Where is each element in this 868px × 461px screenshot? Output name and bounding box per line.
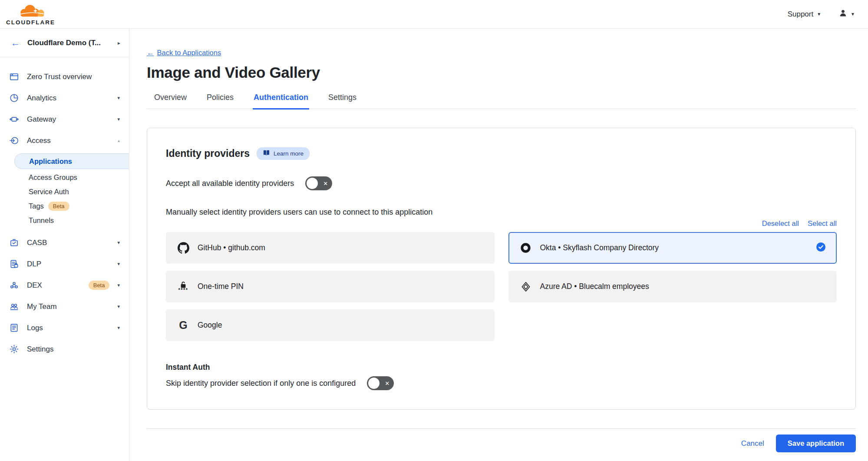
provider-name: GitHub • github.com xyxy=(198,243,483,252)
learn-more-badge[interactable]: Learn more xyxy=(257,147,310,160)
github-icon xyxy=(177,242,189,254)
google-icon: G xyxy=(177,320,189,331)
footer-divider xyxy=(147,428,856,429)
save-application-button[interactable]: Save application xyxy=(776,434,856,452)
provider-tile-github[interactable]: GitHub • github.com xyxy=(166,232,495,264)
sidebar-item-applications[interactable]: Applications xyxy=(14,153,129,169)
provider-name: Okta • Skyflash Company Directory xyxy=(540,243,809,252)
sidebar-item-tags[interactable]: Tags Beta xyxy=(0,199,129,213)
chevron-down-icon[interactable]: ▾ xyxy=(117,304,120,309)
provider-grid: GitHub • github.com Okta • Skyflash Comp… xyxy=(166,232,837,341)
select-all-link[interactable]: Select all xyxy=(808,219,837,228)
sidebar-item-zero-trust-overview[interactable]: Zero Trust overview xyxy=(0,66,129,87)
book-icon xyxy=(263,149,270,157)
topbar-right: Support ▼ ▼ xyxy=(788,9,855,20)
sidebar-item-dex[interactable]: DEX Beta ▾ xyxy=(0,275,129,296)
tab-policies[interactable]: Policies xyxy=(206,93,234,109)
instant-auth-toggle[interactable]: ✕ xyxy=(367,376,394,390)
selected-check-icon xyxy=(816,242,825,253)
tab-bar: Overview Policies Authentication Setting… xyxy=(147,93,856,109)
beta-badge: Beta xyxy=(48,202,69,211)
provider-name: Google xyxy=(198,321,483,330)
casb-icon xyxy=(9,238,19,248)
app-window: CLOUDFLARE Support ▼ ▼ ← Cloudflare Dem xyxy=(0,0,868,461)
topbar: CLOUDFLARE Support ▼ ▼ xyxy=(0,0,868,29)
deselect-all-link[interactable]: Deselect all xyxy=(762,219,799,228)
manual-select-text: Manually select identity providers users… xyxy=(166,208,837,217)
instant-auth-heading: Instant Auth xyxy=(166,363,837,372)
analytics-icon xyxy=(9,93,19,103)
dex-icon xyxy=(9,280,19,290)
provider-tile-azure-ad[interactable]: Azure AD • Bluecalm employees xyxy=(508,271,837,302)
sidebar-item-settings[interactable]: Settings xyxy=(0,338,129,360)
sidebar-item-service-auth[interactable]: Service Auth xyxy=(0,185,129,199)
sidebar-item-tunnels[interactable]: Tunnels xyxy=(0,213,129,228)
provider-tile-okta[interactable]: Okta • Skyflash Company Directory xyxy=(508,232,837,264)
sidebar-item-gateway[interactable]: Gateway ▾ xyxy=(0,109,129,130)
sidebar-item-label: Service Auth xyxy=(29,188,69,196)
sidebar-item-label: Tunnels xyxy=(29,216,54,225)
chevron-down-icon: ▼ xyxy=(851,12,855,17)
chevron-down-icon[interactable]: ▾ xyxy=(117,261,120,267)
support-label: Support xyxy=(788,10,814,19)
back-to-applications-link[interactable]: ← Back to Applications xyxy=(147,49,221,57)
sidebar-item-label: My Team xyxy=(27,302,109,311)
toggle-knob xyxy=(307,178,318,189)
card-heading: Identity providers xyxy=(166,148,250,159)
sidebar: ← Cloudflare Demo (T... ▸ Zero Trust ove… xyxy=(0,29,129,461)
back-arrow-icon[interactable]: ← xyxy=(11,38,20,47)
access-subnav: Applications Access Groups Service Auth … xyxy=(0,151,129,232)
sidebar-item-access-groups[interactable]: Access Groups xyxy=(0,170,129,185)
one-time-pin-icon: **** xyxy=(177,281,189,292)
sidebar-item-label: Tags xyxy=(29,202,44,210)
chevron-down-icon: ▼ xyxy=(817,12,821,17)
beta-badge: Beta xyxy=(89,281,110,290)
tab-settings[interactable]: Settings xyxy=(327,93,357,109)
sidebar-item-logs[interactable]: Logs ▾ xyxy=(0,317,129,338)
tab-authentication[interactable]: Authentication xyxy=(253,93,309,109)
back-arrow-icon: ← xyxy=(147,49,154,57)
sidebar-item-label: DEX xyxy=(27,281,83,290)
provider-tile-one-time-pin[interactable]: **** One-time PIN xyxy=(166,271,495,302)
support-menu[interactable]: Support ▼ xyxy=(788,10,821,19)
dlp-icon xyxy=(9,259,19,269)
footer-actions: Cancel Save application xyxy=(147,434,856,452)
chevron-up-icon[interactable]: ▴ xyxy=(118,138,120,143)
sidebar-item-label: Access Groups xyxy=(29,173,77,182)
provider-name: One-time PIN xyxy=(198,282,483,291)
sidebar-item-dlp[interactable]: DLP ▾ xyxy=(0,253,129,275)
sidebar-item-label: Logs xyxy=(27,324,109,332)
learn-more-label: Learn more xyxy=(274,150,304,157)
sidebar-item-label: Access xyxy=(27,136,110,145)
chevron-down-icon[interactable]: ▾ xyxy=(117,95,120,101)
sidebar-item-label: Zero Trust overview xyxy=(27,73,120,81)
chevron-right-icon[interactable]: ▸ xyxy=(118,40,120,46)
user-menu[interactable]: ▼ xyxy=(838,9,855,20)
chevron-down-icon[interactable]: ▾ xyxy=(117,325,120,331)
accept-all-toggle[interactable]: ✕ xyxy=(305,176,332,190)
cancel-button[interactable]: Cancel xyxy=(741,439,764,448)
sidebar-item-analytics[interactable]: Analytics ▾ xyxy=(0,87,129,109)
team-icon xyxy=(9,302,19,312)
chevron-down-icon[interactable]: ▾ xyxy=(117,282,120,288)
user-avatar-icon xyxy=(838,9,848,20)
sidebar-item-label: Applications xyxy=(29,157,72,166)
cloudflare-logo[interactable]: CLOUDFLARE xyxy=(6,3,55,26)
otp-stars: **** xyxy=(178,288,188,292)
sidebar-item-casb[interactable]: CASB ▾ xyxy=(0,232,129,253)
logs-icon xyxy=(9,323,19,333)
account-switcher[interactable]: ← Cloudflare Demo (T... ▸ xyxy=(0,29,129,57)
gear-icon xyxy=(9,344,19,354)
sidebar-item-my-team[interactable]: My Team ▾ xyxy=(0,296,129,317)
provider-name: Azure AD • Bluecalm employees xyxy=(540,282,826,291)
chevron-down-icon[interactable]: ▾ xyxy=(117,116,120,122)
cloudflare-brand-text: CLOUDFLARE xyxy=(6,19,55,26)
sidebar-item-label: Settings xyxy=(27,345,120,354)
okta-icon xyxy=(520,242,532,254)
overview-icon xyxy=(9,72,19,82)
provider-tile-google[interactable]: G Google xyxy=(166,309,495,341)
chevron-down-icon[interactable]: ▾ xyxy=(117,240,120,245)
sidebar-item-access[interactable]: Access ▴ xyxy=(0,130,129,151)
tab-overview[interactable]: Overview xyxy=(153,93,188,109)
sidebar-nav: Zero Trust overview Analytics ▾ xyxy=(0,57,129,360)
